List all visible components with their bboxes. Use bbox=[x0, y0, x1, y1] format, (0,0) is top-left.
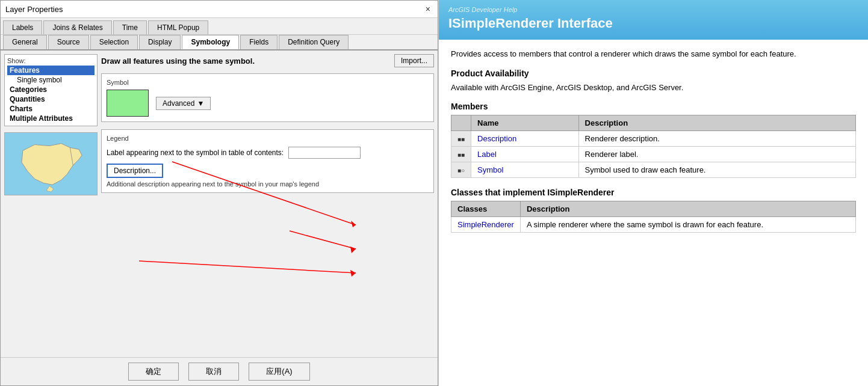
australia-map bbox=[5, 133, 97, 195]
symbol-link[interactable]: Symbol bbox=[477, 165, 503, 174]
tab-joins-relates[interactable]: Joins & Relates bbox=[43, 20, 111, 34]
symbol-box: Symbol Advanced ▼ bbox=[101, 73, 434, 122]
symbol-label: Symbol bbox=[107, 79, 429, 86]
help-description: Provides access to members that control … bbox=[451, 48, 856, 60]
apply-button[interactable]: 应用(A) bbox=[249, 363, 309, 381]
draw-header: Draw all features using the same symbol.… bbox=[101, 54, 434, 67]
legend-label: Legend bbox=[107, 135, 429, 142]
symbol-inner: Advanced ▼ bbox=[107, 90, 429, 117]
cancel-button[interactable]: 取消 bbox=[188, 363, 239, 381]
member-desc-description: Renderer description. bbox=[578, 131, 855, 147]
tree-categories[interactable]: Categories bbox=[7, 85, 95, 94]
tree-charts[interactable]: Charts bbox=[7, 104, 95, 114]
tab-labels[interactable]: Labels bbox=[3, 20, 42, 34]
symbology-tree: Show: Features Single symbol Categories … bbox=[4, 54, 98, 126]
member-row-symbol: ■○ Symbol Symbol used to draw each featu… bbox=[451, 162, 856, 178]
tab-fields[interactable]: Fields bbox=[240, 35, 277, 49]
help-panel: ArcGIS Developer Help ISimpleRenderer In… bbox=[438, 0, 868, 386]
member-row-description: ■■ Description Renderer description. bbox=[451, 131, 856, 147]
legend-row: Label appearing next to the symbol in ta… bbox=[107, 147, 429, 159]
class-row-simple-renderer: SimpleRenderer A simple renderer where t… bbox=[451, 217, 856, 233]
description-button[interactable]: Description... bbox=[107, 164, 163, 178]
tabs-row2: General Source Selection Display Symbolo… bbox=[1, 35, 438, 51]
member-row-label: ■■ Label Renderer label. bbox=[451, 147, 856, 162]
draw-text: Draw all features using the same symbol. bbox=[101, 57, 255, 66]
ok-button[interactable]: 确定 bbox=[128, 363, 179, 381]
advanced-label: Advanced bbox=[163, 99, 194, 108]
member-icon-2: ■■ bbox=[451, 147, 471, 162]
dialog-title: Layer Properties bbox=[5, 5, 63, 14]
close-button[interactable]: × bbox=[423, 4, 433, 14]
legend-box: Legend Label appearing next to the symbo… bbox=[101, 129, 434, 193]
members-col-desc: Description bbox=[578, 115, 855, 131]
help-subtitle: ArcGIS Developer Help bbox=[448, 6, 858, 13]
classes-col-desc: Description bbox=[520, 201, 855, 217]
label-link[interactable]: Label bbox=[477, 150, 497, 159]
show-label: Show: bbox=[7, 57, 95, 64]
members-heading: Members bbox=[451, 102, 856, 111]
dialog-body: Show: Features Single symbol Categories … bbox=[1, 51, 438, 357]
tab-definition-query[interactable]: Definition Query bbox=[279, 35, 349, 49]
legend-input[interactable] bbox=[288, 147, 361, 159]
tab-symbology[interactable]: Symbology bbox=[182, 35, 239, 49]
product-availability-heading: Product Availability bbox=[451, 69, 856, 78]
tab-source[interactable]: Source bbox=[48, 35, 89, 49]
members-col-icon bbox=[451, 115, 471, 131]
tab-time[interactable]: Time bbox=[113, 20, 147, 34]
tab-general[interactable]: General bbox=[3, 35, 47, 49]
member-desc-label: Renderer label. bbox=[578, 147, 855, 162]
member-icon-1: ■■ bbox=[451, 131, 471, 147]
map-preview bbox=[4, 132, 98, 195]
member-name-description: Description bbox=[471, 131, 579, 147]
description-link[interactable]: Description bbox=[477, 134, 516, 143]
member-desc-symbol: Symbol used to draw each feature. bbox=[578, 162, 855, 178]
tree-single-symbol[interactable]: Single symbol bbox=[7, 75, 95, 85]
class-name-cell: SimpleRenderer bbox=[451, 217, 521, 233]
member-name-symbol: Symbol bbox=[471, 162, 579, 178]
classes-col-name: Classes bbox=[451, 201, 521, 217]
tree-multiple-attributes[interactable]: Multiple Attributes bbox=[7, 114, 95, 123]
tabs-row1: Labels Joins & Relates Time HTML Popup bbox=[1, 18, 438, 35]
symbol-swatch[interactable] bbox=[107, 90, 149, 117]
dialog-footer: 确定 取消 应用(A) bbox=[1, 357, 438, 385]
layer-properties-dialog: Layer Properties × Labels Joins & Relate… bbox=[0, 0, 438, 386]
tree-quantities[interactable]: Quantities bbox=[7, 94, 95, 104]
members-table: Name Description ■■ Description Renderer… bbox=[451, 115, 856, 178]
advanced-button[interactable]: Advanced ▼ bbox=[156, 97, 211, 110]
members-col-name: Name bbox=[471, 115, 579, 131]
tab-display[interactable]: Display bbox=[139, 35, 181, 49]
class-desc-cell: A simple renderer where the same symbol … bbox=[520, 217, 855, 233]
member-name-label: Label bbox=[471, 147, 579, 162]
simple-renderer-link[interactable]: SimpleRenderer bbox=[457, 220, 514, 229]
titlebar: Layer Properties × bbox=[1, 1, 438, 18]
classes-heading: Classes that implement ISimpleRenderer bbox=[451, 188, 856, 197]
help-title: ISimpleRenderer Interface bbox=[448, 16, 858, 31]
import-button[interactable]: Import... bbox=[394, 54, 434, 67]
help-header: ArcGIS Developer Help ISimpleRenderer In… bbox=[439, 0, 868, 40]
help-content: Provides access to members that control … bbox=[439, 40, 868, 251]
tree-features[interactable]: Features bbox=[7, 66, 95, 75]
member-icon-3: ■○ bbox=[451, 162, 471, 178]
description-hint: Additional description appearing next to… bbox=[107, 180, 429, 188]
right-content: Draw all features using the same symbol.… bbox=[101, 54, 434, 354]
tab-html-popup[interactable]: HTML Popup bbox=[148, 20, 208, 34]
tab-selection[interactable]: Selection bbox=[90, 35, 138, 49]
advanced-arrow-icon: ▼ bbox=[197, 99, 204, 108]
legend-text: Label appearing next to the symbol in ta… bbox=[107, 149, 284, 157]
product-text: Available with ArcGIS Engine, ArcGIS Des… bbox=[451, 82, 856, 94]
classes-table: Classes Description SimpleRenderer A sim… bbox=[451, 201, 856, 233]
